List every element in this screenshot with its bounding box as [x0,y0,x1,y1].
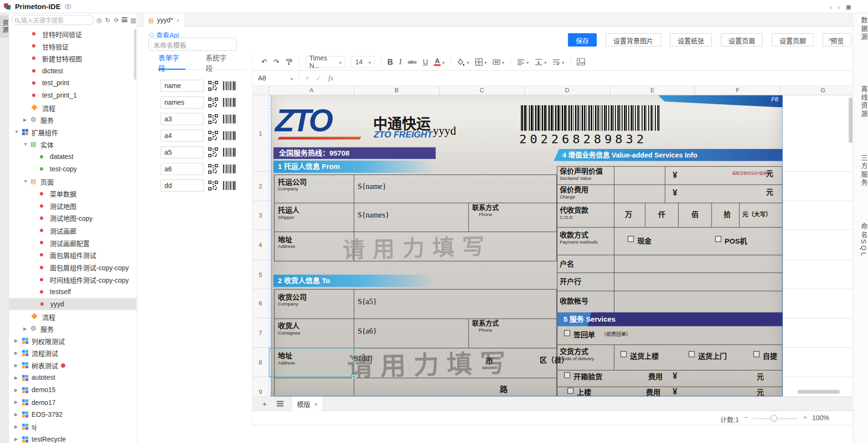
right-rail-tab[interactable]: 数据源 [853,17,868,41]
expand-arrow-icon[interactable]: ▶ [14,424,21,429]
row-header[interactable]: 3 [253,201,269,230]
tree-scrollbar[interactable] [134,29,137,80]
tree-item[interactable]: ▶testRecycle [9,433,137,443]
expand-arrow-icon[interactable]: ▶ [14,375,21,380]
row-header[interactable]: 7 [253,318,269,348]
sheet-grid[interactable]: 123456789 ZTO 中通快运 ZTO FREIGHT yyyd 2022… [253,95,853,396]
tab-close-icon[interactable]: × [176,17,180,23]
save-button[interactable]: 保存 [568,33,597,47]
horizontal-scrollbar[interactable] [798,390,839,394]
expand-arrow-icon[interactable]: ▶ [23,118,30,122]
italic-icon[interactable]: I [399,57,401,66]
panel-toggle-icon[interactable]: ▥ [130,16,137,23]
tree-item[interactable]: ▶EOS-3792 [9,409,137,421]
tree-item[interactable]: ▶树表测试 [9,359,137,372]
expand-arrow-icon[interactable]: ▶ [14,351,21,355]
font-family-select[interactable]: Times N... [305,56,345,68]
zoom-slider-thumb[interactable] [770,415,777,422]
sheet-list-icon[interactable] [276,401,283,407]
field-name-input[interactable] [161,80,204,92]
field-name-input[interactable] [161,179,204,192]
pos-checkbox[interactable] [715,236,722,242]
tree-search[interactable] [11,15,94,25]
column-header[interactable]: A [269,86,354,95]
zoom-in-icon[interactable]: + [803,413,807,421]
column-header[interactable]: G [780,86,852,95]
borders-icon[interactable] [475,58,487,66]
field-a5-value[interactable]: S{a5} [358,297,377,306]
vertical-scrollbar[interactable] [848,98,852,143]
tree-item[interactable]: datatest [9,150,137,163]
qrcode-icon[interactable] [208,114,218,124]
tree-item[interactable]: yyyd [9,298,137,310]
tree-item[interactable]: ▶autotest [9,372,137,384]
tree-item[interactable]: test_print_1 [9,89,137,101]
fill-color-icon[interactable] [458,58,469,66]
sheet-corner[interactable] [253,86,269,95]
text-wrap-icon[interactable] [553,58,564,66]
upstairs-checkbox[interactable] [567,388,574,394]
collapse-arrow-icon[interactable]: ▼ [23,142,30,147]
link-icon[interactable] [65,2,72,10]
action-button[interactable]: 设置纸张 [670,33,712,47]
tree-item[interactable]: 新建甘特视图 [9,52,137,65]
expand-arrow-icon[interactable]: ▶ [23,326,30,331]
qrcode-icon[interactable] [208,164,218,174]
delivery-pickup-checkbox[interactable] [753,351,760,357]
sheet-tab[interactable]: 模版 [291,396,323,411]
field-name-value[interactable]: S{name} [358,182,386,191]
column-header[interactable]: B [354,86,439,95]
collapse-arrow-icon[interactable]: ▼ [23,179,30,184]
tree-item[interactable]: 面包屑组件测试-copy-copy [9,261,137,274]
row-header[interactable]: 8 [253,348,269,377]
receipt-checkbox[interactable] [564,330,570,336]
field-name-input[interactable] [161,97,204,109]
tab-system-fields[interactable]: 系统字段 [205,55,232,69]
tree-item[interactable]: ▶demo17 [9,396,137,409]
list-icon[interactable] [121,17,128,23]
expand-arrow-icon[interactable]: ▶ [14,388,21,393]
delivery-upstairs-checkbox[interactable] [621,351,627,357]
tree-item[interactable]: 流程 [9,310,137,323]
delivery-door-checkbox[interactable] [689,351,695,357]
zoom-out-icon[interactable]: − [744,413,748,421]
right-rail-tab[interactable]: 三方服务 [853,154,868,187]
tree-item[interactable]: test-copy [9,163,137,175]
fill-handle[interactable] [352,375,355,378]
row-header[interactable]: 6 [253,289,269,319]
qrcode-icon[interactable] [208,131,218,141]
right-rail-tab[interactable]: 命名SQL [853,223,868,257]
waybill-image[interactable]: ZTO 中通快运 ZTO FREIGHT yyyd 202268289832 F… [271,95,783,396]
merge-cells-icon[interactable] [493,58,504,66]
placed-text-yyyd[interactable]: yyyd [433,124,456,138]
column-header[interactable]: F [695,86,780,95]
qrcode-icon[interactable] [208,148,218,158]
field-name-input[interactable] [161,113,204,125]
tree-item[interactable]: ▶流程测试 [9,347,137,359]
expand-arrow-icon[interactable]: ▶ [14,400,21,404]
tree-item[interactable]: 菜单数据 [9,187,137,200]
undo-icon[interactable]: ↶ [261,58,267,66]
row-header[interactable]: 5 [253,260,269,289]
tree-item[interactable]: dicttest [9,65,137,77]
tree-item[interactable]: 流程 [9,101,137,114]
tab-form-fields[interactable]: 表单字段 [158,55,185,69]
format-painter-icon[interactable] [285,58,293,65]
collapse-arrow-icon[interactable]: ▼ [14,129,21,134]
align-icon[interactable] [517,58,528,66]
refresh-icon[interactable]: ↻ [104,16,111,23]
tree-item[interactable]: 测试地图 [9,200,137,212]
field-a6-value[interactable]: S{a6} [358,327,377,336]
barcode-icon[interactable] [223,98,237,108]
barcode-icon[interactable] [223,164,237,174]
underline-icon[interactable]: U [423,58,428,66]
field-name-input[interactable] [161,146,204,158]
tree-item[interactable]: ▶列权限测试 [9,335,137,347]
row-header[interactable]: 9 [253,377,269,397]
font-size-select[interactable]: 14 [351,56,375,68]
tree-item[interactable]: 测试画廊 [9,224,137,236]
barcode-icon[interactable] [223,131,237,141]
strikethrough-icon[interactable]: abc [408,59,417,65]
tree-item[interactable]: 甘特时间验证 [9,28,137,40]
add-sheet-icon[interactable]: + [263,400,267,408]
